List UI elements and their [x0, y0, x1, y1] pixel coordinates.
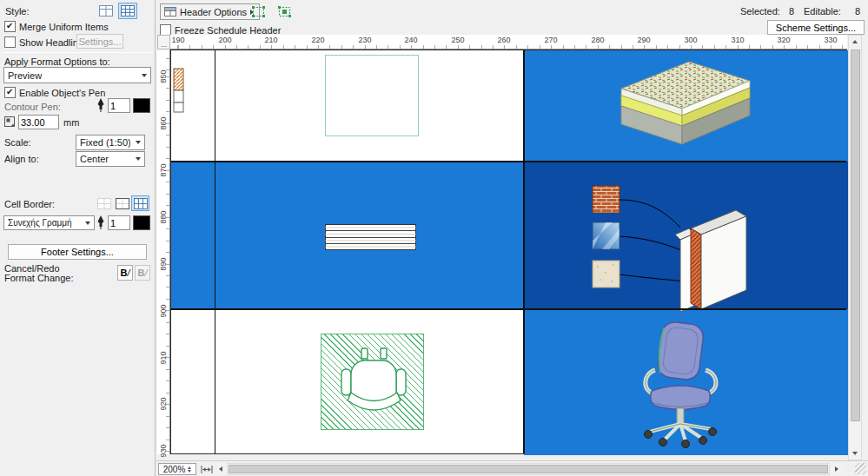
- window-section-symbol: [173, 68, 185, 113]
- zoom-control[interactable]: 200%: [158, 463, 196, 475]
- cell-border-color-swatch[interactable]: [133, 215, 150, 230]
- scroll-right-button[interactable]: [831, 463, 843, 475]
- h-ruler-label: 220: [311, 36, 324, 44]
- layered-section-symbol: [325, 224, 416, 250]
- show-headline-checkbox[interactable]: [4, 36, 16, 48]
- cell-border-outline-button[interactable]: [113, 195, 131, 211]
- footer-settings-button[interactable]: Footer Settings...: [8, 244, 147, 260]
- contour-pen-color-swatch[interactable]: [133, 98, 150, 113]
- headline-settings-button[interactable]: Settings...: [76, 34, 123, 49]
- enable-objects-pen-label: Enable Object's Pen: [19, 88, 105, 98]
- style-uniform-button[interactable]: [96, 3, 116, 19]
- border-outline-icon: [116, 198, 129, 209]
- h-ruler-label: 300: [684, 36, 697, 44]
- redo-format-change-button[interactable]: B/: [135, 265, 150, 281]
- resize-grip[interactable]: [855, 463, 866, 474]
- chair-top-view-symbol: [321, 334, 425, 431]
- h-ruler-label: 290: [637, 36, 650, 44]
- chevron-down-icon: [136, 141, 141, 144]
- h-ruler-label: 280: [591, 36, 604, 44]
- marquee-frame-icon: [252, 6, 265, 17]
- vertical-scrollbar-thumb[interactable]: [851, 50, 860, 421]
- cell-border-all-button[interactable]: [131, 195, 149, 211]
- h-ruler-label: 240: [404, 36, 417, 44]
- offset-value-input[interactable]: [18, 115, 59, 129]
- h-ruler-label: 190: [171, 36, 184, 44]
- offset-unit-label: mm: [63, 117, 79, 128]
- cell-border-label: Cell Border:: [4, 199, 55, 209]
- table-grid-icon: [99, 5, 113, 17]
- align-dropdown[interactable]: Center: [76, 151, 145, 167]
- vertical-scrollbar[interactable]: [848, 35, 862, 460]
- cancel-redo-label-line2: Format Change:: [4, 273, 73, 283]
- merge-uniform-items-checkbox[interactable]: [4, 21, 16, 32]
- arrow-down-icon: [852, 452, 858, 455]
- zone-outline-symbol: [325, 55, 419, 136]
- align-label: Align to:: [4, 154, 39, 164]
- scale-dropdown[interactable]: Fixed (1:50): [76, 135, 145, 150]
- vertical-ruler: 850 860 870 880 890 900 910 920 930: [157, 50, 170, 454]
- ruler-origin-box[interactable]: ...: [157, 35, 170, 50]
- cell-border-none-button[interactable]: [95, 195, 113, 211]
- table-column-line: [523, 50, 525, 453]
- pen-icon: [96, 97, 105, 113]
- scroll-left-button[interactable]: [215, 463, 227, 475]
- enable-objects-pen-checkbox[interactable]: [4, 87, 16, 98]
- chevron-down-icon: [85, 221, 90, 225]
- schedule-toolbar: Header Options Freeze Schedule Header Se…: [156, 0, 868, 35]
- show-headline-label: Show Headline: [19, 37, 83, 48]
- office-chair-3d: [636, 318, 723, 448]
- horizontal-ruler: 190 200 210 220 230 240 250 260 270 280 …: [170, 35, 847, 50]
- marquee-cells-button[interactable]: [275, 3, 294, 21]
- arrow-up-icon: [852, 40, 858, 43]
- h-ruler-label: 320: [777, 36, 790, 44]
- marquee-cells-icon: [278, 6, 291, 17]
- marquee-frame-button[interactable]: [249, 3, 268, 21]
- scroll-down-button[interactable]: [849, 447, 861, 459]
- scheme-settings-button[interactable]: Scheme Settings...: [767, 20, 865, 35]
- h-ruler-label: 200: [218, 36, 231, 44]
- arrow-right-icon: [835, 466, 838, 472]
- cancel-format-change-button[interactable]: B/: [117, 265, 133, 281]
- h-ruler-label: 310: [731, 36, 744, 44]
- selected-value: 8: [789, 6, 794, 17]
- h-ruler-label: 330: [824, 36, 837, 44]
- schedule-preview: [170, 50, 847, 454]
- contour-pen-label: Contour Pen:: [4, 102, 61, 112]
- apply-format-dropdown[interactable]: Preview: [3, 67, 151, 83]
- zoom-in-icon: [188, 466, 191, 469]
- ruler-ticks: [170, 45, 847, 49]
- chevron-down-icon: [136, 157, 141, 161]
- style-custom-button[interactable]: [118, 3, 137, 19]
- header-options-icon: [164, 7, 176, 17]
- style-label: Style:: [5, 6, 30, 17]
- contour-pen-number-input[interactable]: [108, 98, 130, 113]
- line-type-dropdown[interactable]: Συνεχής Γραμμή: [3, 215, 95, 230]
- fit-width-button[interactable]: [199, 463, 215, 475]
- editable-label: Editable:: [804, 6, 841, 17]
- scroll-up-button[interactable]: [849, 36, 861, 48]
- h-ruler-label: 270: [544, 36, 557, 44]
- fit-width-icon: [201, 466, 213, 473]
- arrow-left-icon: [219, 466, 222, 472]
- divider: [2, 52, 153, 53]
- preview-canvas: ... 190 200 210 220 230 240 250 260 270 …: [156, 35, 868, 460]
- horizontal-scrollbar[interactable]: [227, 463, 830, 475]
- scale-label: Scale:: [4, 137, 31, 148]
- schedule-format-window: Style: Merge Uniform Items Show Headline…: [0, 0, 868, 476]
- header-options-button[interactable]: Header Options: [160, 3, 260, 20]
- apply-format-label: Apply Format Options to:: [4, 56, 110, 67]
- chevron-down-icon: [142, 74, 147, 77]
- h-ruler-label: 260: [497, 36, 510, 44]
- offset-icon: [3, 116, 17, 129]
- ruler-ticks: [166, 50, 169, 454]
- table-row-line: [171, 308, 846, 310]
- border-all-icon: [134, 198, 148, 209]
- status-bar: 200%: [156, 460, 868, 476]
- horizontal-scrollbar-thumb[interactable]: [229, 465, 828, 473]
- editable-value: 8: [855, 6, 860, 17]
- table-column-line: [215, 50, 215, 453]
- wall-composite-3d: [583, 177, 762, 314]
- cell-border-pen-input[interactable]: [108, 215, 130, 230]
- border-none-icon: [97, 198, 111, 209]
